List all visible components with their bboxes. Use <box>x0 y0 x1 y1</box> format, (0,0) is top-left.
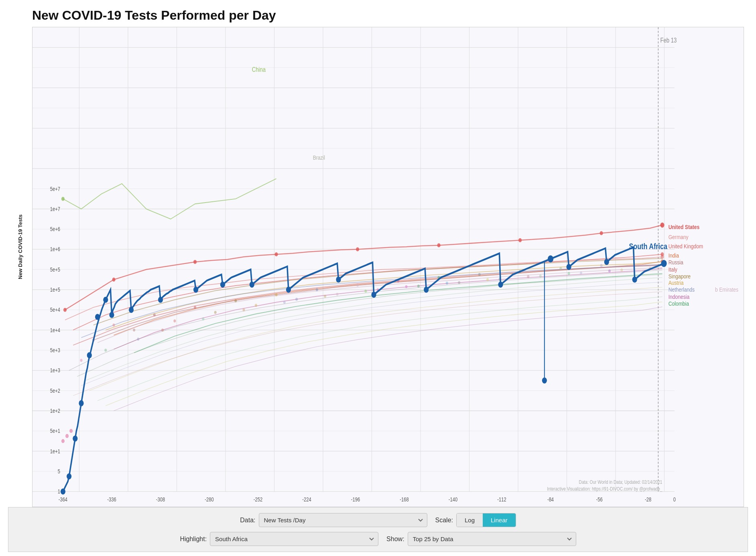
svg-point-82 <box>61 197 65 201</box>
show-control-group: Show: Top 25 by Data <box>386 532 576 546</box>
show-select[interactable]: Top 25 by Data <box>408 532 576 546</box>
chart-area: New Daily COVID-19 Tests <box>8 27 748 507</box>
scale-label: Scale: <box>435 517 453 524</box>
svg-text:1e+2: 1e+2 <box>50 408 60 414</box>
svg-point-91 <box>356 284 359 287</box>
svg-text:5e+2: 5e+2 <box>50 388 60 394</box>
svg-text:-196: -196 <box>351 497 360 503</box>
svg-point-104 <box>336 293 338 296</box>
svg-text:Interactive Visualization: htt: Interactive Visualization: https://91-DI… <box>547 486 663 491</box>
svg-point-122 <box>446 282 448 285</box>
bottom-controls-row: Highlight: South Africa Show: Top 25 by … <box>16 532 740 546</box>
svg-rect-0 <box>33 27 744 507</box>
chart-wrapper: Feb 13 1 5 1e+1 5e+1 1e+2 5e+2 1e+3 5e+3… <box>32 27 744 507</box>
svg-text:Russia: Russia <box>669 259 683 266</box>
svg-text:-280: -280 <box>205 497 213 503</box>
svg-point-141 <box>286 287 291 293</box>
svg-point-149 <box>632 276 637 282</box>
svg-point-146 <box>548 256 553 263</box>
svg-point-107 <box>458 281 460 284</box>
svg-point-70 <box>63 308 67 312</box>
svg-point-90 <box>316 288 318 291</box>
svg-point-71 <box>112 278 115 282</box>
svg-point-145 <box>498 282 503 288</box>
svg-text:-168: -168 <box>400 497 408 503</box>
svg-point-103 <box>295 298 298 301</box>
data-control-group: Data: New Tests /Day <box>240 513 427 527</box>
svg-text:0: 0 <box>673 497 676 503</box>
svg-text:-28: -28 <box>645 497 651 503</box>
svg-point-153 <box>61 439 65 443</box>
svg-text:United Kingdom: United Kingdom <box>669 243 703 250</box>
highlight-select[interactable]: South Africa <box>210 532 378 546</box>
svg-point-120 <box>364 290 367 293</box>
svg-point-118 <box>283 301 286 304</box>
top-controls-row: Data: New Tests /Day Scale: Log Linear <box>16 513 740 527</box>
svg-text:Italy: Italy <box>669 266 677 273</box>
svg-text:China: China <box>252 66 266 73</box>
svg-point-73 <box>274 252 278 256</box>
y-axis-label: New Daily COVID-19 Tests <box>17 255 23 279</box>
svg-point-100 <box>173 319 176 323</box>
svg-point-147 <box>567 264 571 270</box>
svg-text:-56: -56 <box>596 497 602 503</box>
svg-point-87 <box>194 306 196 309</box>
svg-point-101 <box>214 311 217 314</box>
svg-text:1e+3: 1e+3 <box>50 367 60 373</box>
chart-svg: Feb 13 1 5 1e+1 5e+1 1e+2 5e+2 1e+3 5e+3… <box>33 27 744 507</box>
svg-text:Colombia: Colombia <box>669 300 689 307</box>
svg-point-77 <box>600 231 603 235</box>
svg-point-130 <box>73 436 77 442</box>
data-select[interactable]: New Tests /Day <box>259 513 427 527</box>
log-scale-button[interactable]: Log <box>457 513 483 527</box>
svg-text:1e+5: 1e+5 <box>50 287 60 293</box>
svg-point-102 <box>255 304 257 307</box>
svg-point-133 <box>95 314 100 320</box>
svg-text:-336: -336 <box>107 497 116 503</box>
svg-point-135 <box>109 312 114 318</box>
svg-point-128 <box>61 489 65 495</box>
svg-point-96 <box>559 267 562 270</box>
svg-point-148 <box>604 259 609 265</box>
svg-text:-364: -364 <box>59 497 67 503</box>
svg-point-74 <box>356 247 359 251</box>
svg-point-78 <box>660 223 664 228</box>
svg-point-72 <box>193 260 197 264</box>
linear-scale-button[interactable]: Linear <box>483 513 516 527</box>
svg-point-150 <box>661 260 667 267</box>
svg-point-115 <box>161 329 164 332</box>
svg-point-142 <box>336 276 341 282</box>
svg-text:-252: -252 <box>254 497 262 503</box>
scale-buttons: Log Linear <box>456 513 516 527</box>
svg-text:5e+3: 5e+3 <box>50 347 60 353</box>
svg-point-143 <box>371 292 376 298</box>
svg-text:5: 5 <box>58 469 60 475</box>
svg-point-114 <box>137 338 139 341</box>
svg-text:Data: Our World in Data; Updat: Data: Our World in Data; Updated: 02/14/… <box>579 479 663 485</box>
svg-point-99 <box>133 329 135 332</box>
svg-point-94 <box>478 273 481 276</box>
svg-text:5e+4: 5e+4 <box>50 307 60 313</box>
svg-point-86 <box>153 313 156 317</box>
svg-point-140 <box>250 282 254 288</box>
page-container: New COVID-19 Tests Performed per Day New… <box>0 0 756 556</box>
svg-point-125 <box>568 272 570 275</box>
svg-point-137 <box>158 297 163 303</box>
svg-text:1: 1 <box>58 489 60 495</box>
svg-text:United States: United States <box>669 224 700 231</box>
data-label: Data: <box>240 517 255 524</box>
svg-point-85 <box>112 323 115 327</box>
svg-text:-140: -140 <box>449 497 457 503</box>
svg-point-155 <box>69 429 73 433</box>
svg-point-121 <box>405 285 408 288</box>
svg-point-138 <box>193 287 198 293</box>
svg-text:Austria: Austria <box>669 279 684 286</box>
svg-point-111 <box>620 268 623 272</box>
chart-title: New COVID-19 Tests Performed per Day <box>32 8 748 23</box>
svg-point-97 <box>600 264 603 267</box>
svg-point-109 <box>539 274 542 278</box>
svg-point-154 <box>65 434 69 438</box>
highlight-label: Highlight: <box>180 536 207 543</box>
svg-text:-112: -112 <box>497 497 506 503</box>
svg-point-144 <box>424 287 429 293</box>
